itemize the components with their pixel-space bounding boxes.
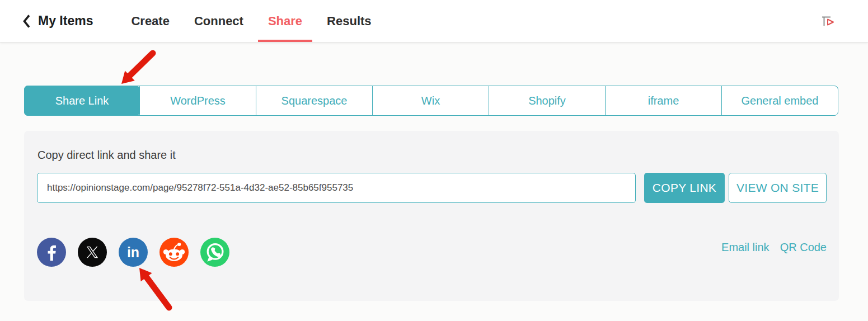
link-row: COPY LINK VIEW ON SITE xyxy=(37,173,827,203)
linkedin-share-button[interactable]: in xyxy=(119,238,148,267)
nav-item-results[interactable]: Results xyxy=(327,14,371,29)
quick-links: Email link QR Code xyxy=(721,241,827,254)
tab-iframe[interactable]: iframe xyxy=(605,86,721,115)
nav-item-create[interactable]: Create xyxy=(131,14,169,29)
reddit-share-button[interactable] xyxy=(159,238,189,267)
email-link[interactable]: Email link xyxy=(721,241,770,254)
x-twitter-icon xyxy=(78,238,107,267)
back-label: My Items xyxy=(38,13,93,29)
share-link-panel: Copy direct link and share it COPY LINK … xyxy=(24,131,839,301)
tab-share-link[interactable]: Share Link xyxy=(24,86,140,116)
app-logo-icon xyxy=(820,13,836,29)
annotation-arrow-share-link-tab xyxy=(121,53,153,84)
linkedin-icon: in xyxy=(119,238,148,267)
nav-item-connect[interactable]: Connect xyxy=(194,14,243,29)
share-method-tabs: Share Link WordPress Squarespace Wix Sho… xyxy=(24,86,838,116)
copy-link-button[interactable]: COPY LINK xyxy=(644,173,725,203)
tab-squarespace[interactable]: Squarespace xyxy=(256,86,372,115)
facebook-share-button[interactable] xyxy=(37,238,66,267)
social-share-row: in Email xyxy=(37,238,827,267)
qr-code-link[interactable]: QR Code xyxy=(780,241,827,254)
view-on-site-button[interactable]: VIEW ON SITE xyxy=(729,173,827,203)
reddit-icon xyxy=(159,238,189,267)
tab-shopify[interactable]: Shopify xyxy=(489,86,605,115)
x-twitter-share-button[interactable] xyxy=(78,238,107,267)
chevron-left-icon xyxy=(22,14,31,29)
top-nav: My Items Create Connect Share Results xyxy=(0,0,868,43)
tab-wordpress[interactable]: WordPress xyxy=(139,86,256,115)
back-my-items[interactable]: My Items xyxy=(22,13,93,29)
share-url-input[interactable] xyxy=(37,173,636,203)
facebook-icon xyxy=(37,238,66,267)
whatsapp-share-button[interactable] xyxy=(200,238,229,267)
panel-title: Copy direct link and share it xyxy=(37,149,827,162)
svg-text:in: in xyxy=(127,244,139,260)
tab-general-embed[interactable]: General embed xyxy=(721,86,838,115)
tab-wix[interactable]: Wix xyxy=(372,86,489,115)
nav-item-share[interactable]: Share xyxy=(268,14,302,29)
whatsapp-icon xyxy=(200,238,229,267)
